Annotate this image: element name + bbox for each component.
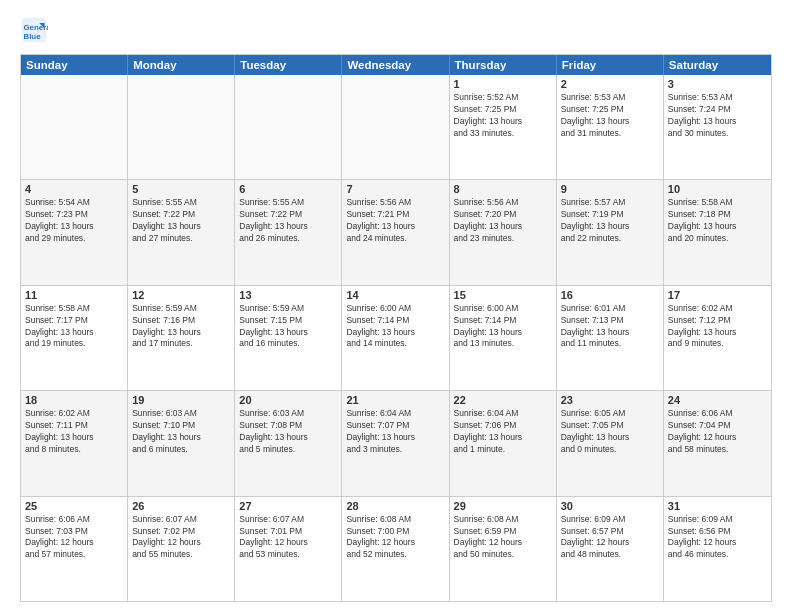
day-number: 2: [561, 78, 659, 90]
day-number: 25: [25, 500, 123, 512]
day-info: Sunrise: 5:54 AM Sunset: 7:23 PM Dayligh…: [25, 197, 123, 245]
empty-cell: [128, 75, 235, 179]
weekday-header-friday: Friday: [557, 55, 664, 75]
day-number: 24: [668, 394, 767, 406]
svg-text:Blue: Blue: [24, 32, 42, 41]
day-number: 10: [668, 183, 767, 195]
day-number: 6: [239, 183, 337, 195]
calendar-header: SundayMondayTuesdayWednesdayThursdayFrid…: [21, 55, 771, 75]
day-info: Sunrise: 6:06 AM Sunset: 7:03 PM Dayligh…: [25, 514, 123, 562]
day-number: 11: [25, 289, 123, 301]
calendar-row-3: 11Sunrise: 5:58 AM Sunset: 7:17 PM Dayli…: [21, 286, 771, 391]
day-info: Sunrise: 5:58 AM Sunset: 7:17 PM Dayligh…: [25, 303, 123, 351]
day-cell-24: 24Sunrise: 6:06 AM Sunset: 7:04 PM Dayli…: [664, 391, 771, 495]
day-info: Sunrise: 6:08 AM Sunset: 7:00 PM Dayligh…: [346, 514, 444, 562]
day-info: Sunrise: 6:02 AM Sunset: 7:12 PM Dayligh…: [668, 303, 767, 351]
day-info: Sunrise: 6:03 AM Sunset: 7:08 PM Dayligh…: [239, 408, 337, 456]
day-number: 27: [239, 500, 337, 512]
day-cell-2: 2Sunrise: 5:53 AM Sunset: 7:25 PM Daylig…: [557, 75, 664, 179]
day-number: 22: [454, 394, 552, 406]
empty-cell: [21, 75, 128, 179]
calendar: SundayMondayTuesdayWednesdayThursdayFrid…: [20, 54, 772, 602]
day-info: Sunrise: 6:06 AM Sunset: 7:04 PM Dayligh…: [668, 408, 767, 456]
day-cell-13: 13Sunrise: 5:59 AM Sunset: 7:15 PM Dayli…: [235, 286, 342, 390]
day-info: Sunrise: 6:04 AM Sunset: 7:06 PM Dayligh…: [454, 408, 552, 456]
day-cell-16: 16Sunrise: 6:01 AM Sunset: 7:13 PM Dayli…: [557, 286, 664, 390]
day-cell-20: 20Sunrise: 6:03 AM Sunset: 7:08 PM Dayli…: [235, 391, 342, 495]
day-info: Sunrise: 5:55 AM Sunset: 7:22 PM Dayligh…: [239, 197, 337, 245]
day-cell-21: 21Sunrise: 6:04 AM Sunset: 7:07 PM Dayli…: [342, 391, 449, 495]
day-cell-31: 31Sunrise: 6:09 AM Sunset: 6:56 PM Dayli…: [664, 497, 771, 601]
day-number: 9: [561, 183, 659, 195]
day-cell-30: 30Sunrise: 6:09 AM Sunset: 6:57 PM Dayli…: [557, 497, 664, 601]
day-number: 13: [239, 289, 337, 301]
day-number: 26: [132, 500, 230, 512]
page-header: General Blue: [20, 16, 772, 44]
day-info: Sunrise: 5:56 AM Sunset: 7:21 PM Dayligh…: [346, 197, 444, 245]
weekday-header-monday: Monday: [128, 55, 235, 75]
weekday-header-sunday: Sunday: [21, 55, 128, 75]
empty-cell: [342, 75, 449, 179]
day-number: 14: [346, 289, 444, 301]
day-cell-25: 25Sunrise: 6:06 AM Sunset: 7:03 PM Dayli…: [21, 497, 128, 601]
day-info: Sunrise: 6:00 AM Sunset: 7:14 PM Dayligh…: [454, 303, 552, 351]
day-cell-29: 29Sunrise: 6:08 AM Sunset: 6:59 PM Dayli…: [450, 497, 557, 601]
day-cell-17: 17Sunrise: 6:02 AM Sunset: 7:12 PM Dayli…: [664, 286, 771, 390]
day-info: Sunrise: 5:53 AM Sunset: 7:25 PM Dayligh…: [561, 92, 659, 140]
day-info: Sunrise: 6:07 AM Sunset: 7:02 PM Dayligh…: [132, 514, 230, 562]
day-number: 16: [561, 289, 659, 301]
day-info: Sunrise: 6:04 AM Sunset: 7:07 PM Dayligh…: [346, 408, 444, 456]
day-info: Sunrise: 5:53 AM Sunset: 7:24 PM Dayligh…: [668, 92, 767, 140]
day-number: 4: [25, 183, 123, 195]
day-cell-10: 10Sunrise: 5:58 AM Sunset: 7:18 PM Dayli…: [664, 180, 771, 284]
day-number: 15: [454, 289, 552, 301]
calendar-row-2: 4Sunrise: 5:54 AM Sunset: 7:23 PM Daylig…: [21, 180, 771, 285]
day-cell-3: 3Sunrise: 5:53 AM Sunset: 7:24 PM Daylig…: [664, 75, 771, 179]
day-cell-22: 22Sunrise: 6:04 AM Sunset: 7:06 PM Dayli…: [450, 391, 557, 495]
day-info: Sunrise: 6:01 AM Sunset: 7:13 PM Dayligh…: [561, 303, 659, 351]
day-cell-8: 8Sunrise: 5:56 AM Sunset: 7:20 PM Daylig…: [450, 180, 557, 284]
day-info: Sunrise: 5:57 AM Sunset: 7:19 PM Dayligh…: [561, 197, 659, 245]
day-number: 29: [454, 500, 552, 512]
day-info: Sunrise: 6:05 AM Sunset: 7:05 PM Dayligh…: [561, 408, 659, 456]
calendar-body: 1Sunrise: 5:52 AM Sunset: 7:25 PM Daylig…: [21, 75, 771, 601]
day-cell-9: 9Sunrise: 5:57 AM Sunset: 7:19 PM Daylig…: [557, 180, 664, 284]
day-info: Sunrise: 5:56 AM Sunset: 7:20 PM Dayligh…: [454, 197, 552, 245]
day-info: Sunrise: 6:08 AM Sunset: 6:59 PM Dayligh…: [454, 514, 552, 562]
day-number: 23: [561, 394, 659, 406]
day-info: Sunrise: 6:03 AM Sunset: 7:10 PM Dayligh…: [132, 408, 230, 456]
day-info: Sunrise: 5:52 AM Sunset: 7:25 PM Dayligh…: [454, 92, 552, 140]
day-info: Sunrise: 6:09 AM Sunset: 6:56 PM Dayligh…: [668, 514, 767, 562]
day-number: 20: [239, 394, 337, 406]
day-cell-4: 4Sunrise: 5:54 AM Sunset: 7:23 PM Daylig…: [21, 180, 128, 284]
day-number: 30: [561, 500, 659, 512]
calendar-row-1: 1Sunrise: 5:52 AM Sunset: 7:25 PM Daylig…: [21, 75, 771, 180]
day-number: 31: [668, 500, 767, 512]
day-number: 19: [132, 394, 230, 406]
day-info: Sunrise: 6:00 AM Sunset: 7:14 PM Dayligh…: [346, 303, 444, 351]
day-cell-7: 7Sunrise: 5:56 AM Sunset: 7:21 PM Daylig…: [342, 180, 449, 284]
day-cell-28: 28Sunrise: 6:08 AM Sunset: 7:00 PM Dayli…: [342, 497, 449, 601]
day-cell-14: 14Sunrise: 6:00 AM Sunset: 7:14 PM Dayli…: [342, 286, 449, 390]
day-number: 21: [346, 394, 444, 406]
day-info: Sunrise: 5:58 AM Sunset: 7:18 PM Dayligh…: [668, 197, 767, 245]
day-number: 3: [668, 78, 767, 90]
day-cell-6: 6Sunrise: 5:55 AM Sunset: 7:22 PM Daylig…: [235, 180, 342, 284]
day-info: Sunrise: 5:59 AM Sunset: 7:16 PM Dayligh…: [132, 303, 230, 351]
day-cell-15: 15Sunrise: 6:00 AM Sunset: 7:14 PM Dayli…: [450, 286, 557, 390]
weekday-header-saturday: Saturday: [664, 55, 771, 75]
day-cell-1: 1Sunrise: 5:52 AM Sunset: 7:25 PM Daylig…: [450, 75, 557, 179]
calendar-row-4: 18Sunrise: 6:02 AM Sunset: 7:11 PM Dayli…: [21, 391, 771, 496]
day-cell-18: 18Sunrise: 6:02 AM Sunset: 7:11 PM Dayli…: [21, 391, 128, 495]
day-number: 12: [132, 289, 230, 301]
day-number: 5: [132, 183, 230, 195]
empty-cell: [235, 75, 342, 179]
day-info: Sunrise: 5:55 AM Sunset: 7:22 PM Dayligh…: [132, 197, 230, 245]
logo-icon: General Blue: [20, 16, 48, 44]
day-info: Sunrise: 5:59 AM Sunset: 7:15 PM Dayligh…: [239, 303, 337, 351]
day-info: Sunrise: 6:02 AM Sunset: 7:11 PM Dayligh…: [25, 408, 123, 456]
day-number: 18: [25, 394, 123, 406]
day-number: 7: [346, 183, 444, 195]
day-number: 8: [454, 183, 552, 195]
day-info: Sunrise: 6:07 AM Sunset: 7:01 PM Dayligh…: [239, 514, 337, 562]
